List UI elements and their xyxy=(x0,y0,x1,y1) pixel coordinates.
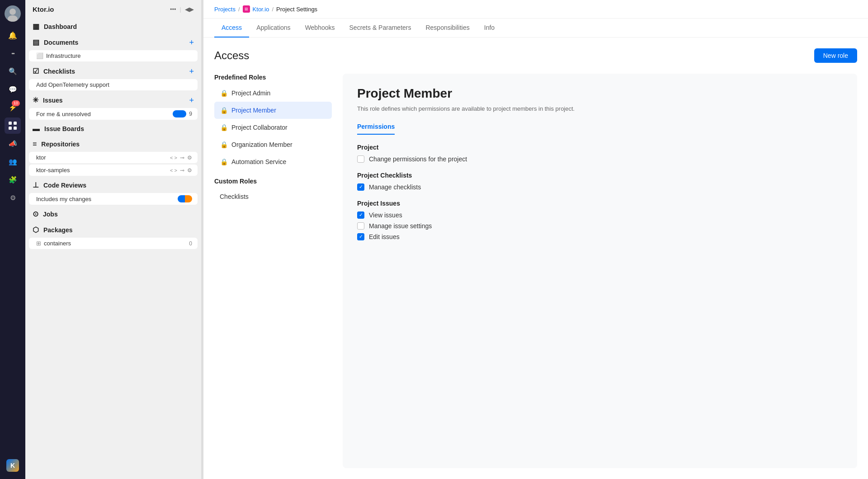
permissions-tab[interactable]: Permissions xyxy=(357,123,395,135)
sidebar-item-ktor[interactable]: ktor < > ⊸ ⚙ xyxy=(29,152,198,163)
megaphone-icon[interactable]: 📣 xyxy=(5,136,21,152)
checkbox-change-project[interactable] xyxy=(357,155,364,163)
permission-edit-issues-label: Edit issues xyxy=(369,233,400,240)
tab-access[interactable]: Access xyxy=(214,19,249,38)
puzzle-icon[interactable]: 🧩 xyxy=(5,172,21,188)
lightning-badge: 10 xyxy=(12,100,20,106)
search-icon[interactable]: 🔍 xyxy=(5,63,21,80)
svg-rect-4 xyxy=(14,122,17,125)
sidebar-item-issues-filter[interactable]: For me & unresolved 9 xyxy=(29,108,198,120)
settings-icon-repo-2[interactable]: ⚙ xyxy=(187,167,192,174)
documents-icon: ▤ xyxy=(33,38,39,47)
sidebar-item-opentelemetry[interactable]: Add OpenTelemetry support xyxy=(29,79,198,90)
bell-icon[interactable]: 🔔 xyxy=(5,27,21,43)
checkbox-manage-issue-settings[interactable] xyxy=(357,222,364,230)
org-name: Ktor.io xyxy=(33,5,54,13)
tab-info[interactable]: Info xyxy=(477,19,502,38)
containers-label: containers xyxy=(44,240,189,247)
chat-icon[interactable]: 💬 xyxy=(5,81,21,98)
breadcrumb-projects[interactable]: Projects xyxy=(214,6,236,13)
sidebar-issues-label: Issues xyxy=(43,97,63,104)
checkbox-manage-checklists[interactable]: ✓ xyxy=(357,183,364,191)
sidebar-item-ktor-samples[interactable]: ktor-samples < > ⊸ ⚙ xyxy=(29,164,198,176)
tab-webhooks[interactable]: Webhooks xyxy=(298,19,342,38)
sidebar-item-dashboard[interactable]: ▦ Dashboard xyxy=(25,19,201,34)
code-review-toggle[interactable] xyxy=(178,195,192,202)
access-layout: Predefined Roles 🔒 Project Admin 🔒 Proje… xyxy=(214,74,857,468)
role-item-project-member[interactable]: 🔒 Project Member xyxy=(214,102,332,119)
sidebar-repositories-label: Repositories xyxy=(41,141,80,148)
role-checklists-label: Checklists xyxy=(220,193,249,200)
checkbox-view-issues[interactable]: ✓ xyxy=(357,211,364,219)
code-review-filter-label: Includes my changes xyxy=(36,196,178,202)
role-item-project-collaborator[interactable]: 🔒 Project Collaborator xyxy=(214,119,332,136)
custom-roles-title: Custom Roles xyxy=(214,178,332,185)
documents-add-button[interactable]: + xyxy=(189,38,194,47)
tab-secrets-parameters[interactable]: Secrets & Parameters xyxy=(342,19,419,38)
role-automation-label: Automation Service xyxy=(231,158,286,165)
people-icon[interactable]: 👥 xyxy=(5,154,21,170)
sidebar-dashboard-label: Dashboard xyxy=(44,23,77,30)
content-header: Access New role xyxy=(214,48,857,63)
repositories-icon: ≡ xyxy=(33,140,37,148)
permission-view-issues: ✓ View issues xyxy=(357,211,843,219)
issues-add-button[interactable]: + xyxy=(189,96,194,104)
infrastructure-label: Infrastructure xyxy=(46,52,81,59)
sidebar-item-packages[interactable]: ⬡ Packages xyxy=(25,222,201,238)
section-title-project: Project xyxy=(357,144,843,151)
checklists-add-button[interactable]: + xyxy=(189,67,194,75)
sidebar-item-documents[interactable]: ▤ Documents + xyxy=(25,34,201,50)
settings-icon-repo[interactable]: ⚙ xyxy=(187,155,192,161)
role-item-project-admin[interactable]: 🔒 Project Admin xyxy=(214,85,332,102)
expand-icon[interactable]: ◀▶ xyxy=(185,6,194,13)
branch-icon[interactable]: ⊸ xyxy=(180,155,184,161)
permission-view-issues-label: View issues xyxy=(369,211,402,219)
issues-toggle[interactable] xyxy=(173,110,186,117)
more-options-icon[interactable]: ••• xyxy=(170,6,176,13)
sidebar-item-issue-boards[interactable]: ▬ Issue Boards xyxy=(25,121,201,136)
code-icon-2[interactable]: < > xyxy=(170,168,177,173)
user-avatar[interactable] xyxy=(5,5,21,22)
checkbox-edit-issues[interactable]: ✓ xyxy=(357,233,364,240)
code-icon[interactable]: < > xyxy=(170,155,177,160)
sidebar-item-checklists[interactable]: ☑ Checklists + xyxy=(25,63,201,79)
folder-icon: ⬜ xyxy=(36,52,43,59)
ktor-samples-repo-label: ktor-samples xyxy=(36,167,170,174)
role-item-automation-service[interactable]: 🔒 Automation Service xyxy=(214,153,332,170)
branch-icon-2[interactable]: ⊸ xyxy=(180,167,184,174)
sidebar-code-reviews-label: Code Reviews xyxy=(43,182,86,189)
sidebar-item-infrastructure[interactable]: ⬜ Infrastructure xyxy=(29,50,198,61)
svg-point-1 xyxy=(9,9,16,15)
permission-section-issues: Project Issues ✓ View issues Manage issu… xyxy=(357,200,843,240)
sidebar-item-includes-my-changes[interactable]: Includes my changes xyxy=(29,193,198,205)
sidebar-item-jobs[interactable]: ⊙ Jobs xyxy=(25,206,201,222)
issues-icon: ✳ xyxy=(33,96,38,104)
role-member-label: Project Member xyxy=(231,107,276,114)
breadcrumb-ktor[interactable]: Ktor.io xyxy=(253,6,269,13)
role-item-checklists[interactable]: Checklists xyxy=(214,188,332,205)
apps-icon[interactable] xyxy=(5,117,21,134)
role-org-member-label: Organization Member xyxy=(231,141,292,148)
role-item-org-member[interactable]: 🔒 Organization Member xyxy=(214,136,332,153)
tab-applications[interactable]: Applications xyxy=(249,19,298,38)
logo-icon: K xyxy=(5,457,21,474)
sidebar-item-repositories[interactable]: ≡ Repositories xyxy=(25,136,201,152)
lightning-icon[interactable]: ⚡ 10 xyxy=(5,99,21,116)
role-detail-panel: Project Member This role defines which p… xyxy=(343,74,857,468)
new-role-button[interactable]: New role xyxy=(814,48,857,63)
sidebar-item-issues[interactable]: ✳ Issues + xyxy=(25,92,201,108)
sidebar-header: Ktor.io ••• | ◀▶ xyxy=(25,0,201,19)
permission-manage-checklists-label: Manage checklists xyxy=(369,183,421,191)
settings-icon[interactable]: ⚙ xyxy=(5,190,21,206)
section-title-checklists: Project Checklists xyxy=(357,172,843,179)
ellipsis-icon[interactable]: ••• xyxy=(5,45,21,61)
sidebar-item-containers[interactable]: ⊞ containers 0 xyxy=(29,238,198,249)
tab-responsibilities[interactable]: Responsibilities xyxy=(418,19,476,38)
issues-filter-label: For me & unresolved xyxy=(36,111,173,117)
issues-count: 9 xyxy=(173,110,192,117)
sidebar-item-code-reviews[interactable]: ⊥ Code Reviews xyxy=(25,177,201,193)
permission-change-project-label: Change permissions for the project xyxy=(369,155,467,163)
icon-bar: 🔔 ••• 🔍 💬 ⚡ 10 📣 👥 🧩 ⚙ K xyxy=(0,0,25,479)
issues-count-badge: 9 xyxy=(189,111,192,117)
lock-icon-admin: 🔒 xyxy=(220,89,228,97)
